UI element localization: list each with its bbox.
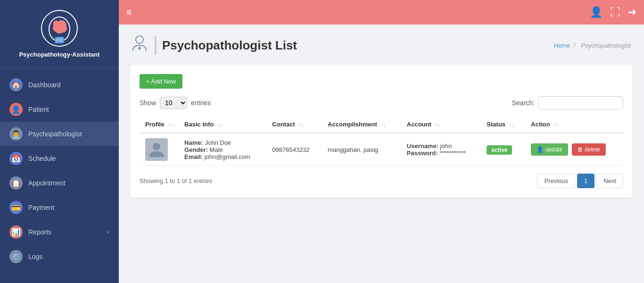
data-table: Profile ↑↓ Basic Info ↑↓ Contact ↑↓ Ac bbox=[140, 116, 623, 166]
app-title: Psychopathology-Assistant bbox=[19, 51, 99, 58]
name-field: Name: John Doe bbox=[184, 139, 261, 146]
svg-point-4 bbox=[136, 36, 143, 43]
sidebar-item-dashboard[interactable]: 🏠 Dashboard bbox=[0, 73, 119, 97]
show-label: Show bbox=[140, 99, 156, 107]
breadcrumb-current: Psychopathologist bbox=[581, 42, 631, 49]
add-new-button[interactable]: + Add New bbox=[140, 74, 182, 89]
breadcrumb: Home / Psychopathologist bbox=[554, 42, 633, 49]
page-content: Psychopathologist List Home / Psychopath… bbox=[119, 25, 644, 283]
col-profile: Profile ↑↓ bbox=[140, 116, 179, 133]
sidebar: Psychopathology-Assistant 🏠 Dashboard 👤 … bbox=[0, 0, 119, 283]
next-page-button[interactable]: Next bbox=[596, 174, 623, 188]
sort-status-icon[interactable]: ↑↓ bbox=[509, 122, 514, 127]
sidebar-item-schedule[interactable]: 📅 Schedule bbox=[0, 146, 119, 171]
gender-field: Gender: Male bbox=[184, 146, 261, 153]
sidebar-item-label: Dashboard bbox=[28, 81, 61, 89]
breadcrumb-separator: / bbox=[574, 42, 576, 49]
entries-select[interactable]: 10 25 50 100 bbox=[160, 97, 187, 109]
main-content: ≡ 👤 ⛶ ➜ Psychopathologist Li bbox=[119, 0, 644, 283]
topbar-right: 👤 ⛶ ➜ bbox=[590, 6, 636, 18]
app-logo bbox=[41, 9, 78, 47]
user-profile-icon[interactable]: 👤 bbox=[590, 6, 603, 18]
patient-icon: 👤 bbox=[9, 103, 23, 116]
search-label: Search: bbox=[512, 99, 535, 107]
reports-icon: 📊 bbox=[9, 225, 23, 239]
delete-button[interactable]: 🗑 delete bbox=[572, 143, 606, 156]
sort-account-icon[interactable]: ↑↓ bbox=[435, 122, 440, 127]
sort-basicinfo-icon[interactable]: ↑↓ bbox=[217, 122, 223, 127]
logs-icon: ⚙️ bbox=[9, 250, 23, 263]
svg-point-7 bbox=[153, 143, 160, 150]
sidebar-item-label: Patient bbox=[28, 106, 49, 113]
pagination: Previous 1 Next bbox=[537, 174, 623, 188]
main-card: + Add New Show 10 25 50 100 entries Sear… bbox=[130, 65, 633, 198]
pagination-wrap: Showing 1 to 1 of 1 entries Previous 1 N… bbox=[140, 174, 623, 188]
sidebar-item-label: Psychopathologist bbox=[28, 130, 82, 138]
sidebar-item-patient[interactable]: 👤 Patient bbox=[0, 97, 119, 122]
avatar bbox=[145, 138, 168, 161]
sidebar-item-label: Logs bbox=[28, 253, 42, 260]
basic-info-cell: Name: John Doe Gender: Male Email: john@… bbox=[179, 133, 266, 166]
table-header-row: Profile ↑↓ Basic Info ↑↓ Contact ↑↓ Ac bbox=[140, 116, 623, 133]
dashboard-icon: 🏠 bbox=[9, 78, 23, 92]
sidebar-header: Psychopathology-Assistant bbox=[0, 0, 119, 68]
status-cell: active bbox=[481, 133, 525, 166]
topbar-left: ≡ bbox=[126, 7, 132, 18]
page-header: Psychopathologist List Home / Psychopath… bbox=[130, 34, 633, 57]
col-basic-info: Basic Info ↑↓ bbox=[179, 116, 266, 133]
sort-accomplishment-icon[interactable]: ↑↓ bbox=[380, 122, 386, 127]
search-wrap: Search: bbox=[512, 96, 623, 109]
page-title: Psychopathologist List bbox=[155, 36, 303, 55]
showing-text: Showing 1 to 1 of 1 entries bbox=[140, 177, 212, 184]
sidebar-item-psychopathologist[interactable]: 👨‍⚕️ Psychopathologist bbox=[0, 122, 119, 146]
username-field: Username: john bbox=[407, 142, 476, 150]
col-accomplishment: Accomplishment ↑↓ bbox=[322, 116, 401, 133]
sidebar-nav: 🏠 Dashboard 👤 Patient 👨‍⚕️ Psychopatholo… bbox=[0, 68, 119, 283]
show-entries-wrap: Show 10 25 50 100 entries bbox=[140, 97, 211, 109]
page-1-button[interactable]: 1 bbox=[577, 174, 594, 188]
topbar: ≡ 👤 ⛶ ➜ bbox=[119, 0, 644, 25]
sidebar-item-label: Reports bbox=[28, 228, 51, 236]
sidebar-item-label: Payment bbox=[28, 204, 54, 211]
breadcrumb-home[interactable]: Home bbox=[554, 42, 570, 49]
account-cell: Username: john Password: *********** bbox=[401, 133, 481, 166]
svg-rect-3 bbox=[56, 38, 63, 42]
appointment-icon: 📋 bbox=[9, 176, 23, 190]
sidebar-item-appointment[interactable]: 📋 Appointment bbox=[0, 171, 119, 195]
page-title-wrap: Psychopathologist List bbox=[130, 34, 303, 57]
action-cell: 👤 update 🗑 delete bbox=[525, 133, 623, 166]
update-button[interactable]: 👤 update bbox=[531, 143, 568, 156]
payment-icon: 💳 bbox=[9, 201, 23, 214]
menu-toggle-button[interactable]: ≡ bbox=[126, 7, 132, 18]
col-status: Status ↑↓ bbox=[481, 116, 525, 133]
col-action: Action ↑↓ bbox=[525, 116, 623, 133]
sort-contact-icon[interactable]: ↑↓ bbox=[298, 122, 304, 127]
sort-action-icon[interactable]: ↑↓ bbox=[553, 122, 559, 127]
prev-page-button[interactable]: Previous bbox=[537, 174, 575, 188]
contact-cell: 09876543232 bbox=[266, 133, 322, 166]
sort-profile-icon[interactable]: ↑↓ bbox=[168, 122, 173, 127]
password-field: Password: *********** bbox=[407, 150, 476, 157]
col-contact: Contact ↑↓ bbox=[266, 116, 322, 133]
fullscreen-icon[interactable]: ⛶ bbox=[610, 6, 620, 18]
logout-icon[interactable]: ➜ bbox=[628, 6, 636, 18]
search-input[interactable] bbox=[538, 96, 623, 109]
page-title-icon bbox=[130, 34, 149, 57]
psychopathologist-icon: 👨‍⚕️ bbox=[9, 127, 23, 141]
sidebar-item-logs[interactable]: ⚙️ Logs bbox=[0, 244, 119, 269]
profile-cell bbox=[140, 133, 179, 166]
table-controls: Show 10 25 50 100 entries Search: bbox=[140, 96, 623, 109]
sidebar-item-label: Schedule bbox=[28, 155, 56, 162]
table-row: Name: John Doe Gender: Male Email: john@… bbox=[140, 133, 623, 166]
status-badge: active bbox=[487, 145, 512, 155]
sidebar-item-label: Appointment bbox=[28, 179, 66, 187]
sidebar-item-reports[interactable]: 📊 Reports ‹ bbox=[0, 220, 119, 244]
entries-label: entries bbox=[191, 99, 211, 107]
sidebar-item-payment[interactable]: 💳 Payment bbox=[0, 195, 119, 220]
email-field: Email: john@gmail.com bbox=[184, 153, 261, 160]
accomplishment-cell: manggahan, pasig bbox=[322, 133, 401, 166]
reports-arrow: ‹ bbox=[107, 229, 109, 235]
schedule-icon: 📅 bbox=[9, 152, 23, 165]
col-account: Account ↑↓ bbox=[401, 116, 481, 133]
